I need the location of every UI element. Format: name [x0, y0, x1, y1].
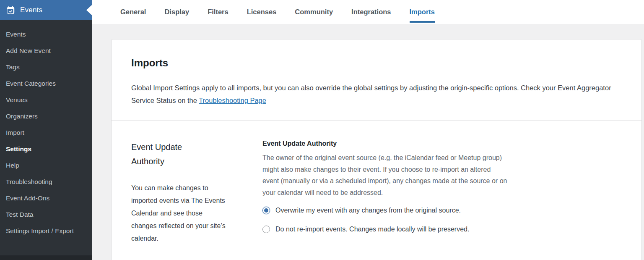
- settings-tab[interactable]: Licenses: [247, 0, 277, 24]
- content-area: Imports Global Import Settings apply to …: [92, 24, 644, 260]
- settings-tab-label: Licenses: [247, 8, 277, 16]
- sidebar-menu-item-label: Add New Event: [6, 47, 51, 54]
- intro-paragraph: Global Import Settings apply to all impo…: [131, 81, 618, 107]
- sidebar-menu-item-label: Events: [6, 31, 26, 38]
- sidebar-menu-item-label: Settings Import / Export: [6, 227, 74, 234]
- sidebar-menu-item-label: Import: [6, 129, 24, 136]
- sidebar-menu-item[interactable]: Tags: [0, 59, 92, 75]
- settings-tab-label: Display: [164, 8, 189, 16]
- page-title: Imports: [131, 57, 618, 69]
- sidebar-header-label: Events: [20, 6, 42, 14]
- settings-tab[interactable]: Filters: [208, 0, 229, 24]
- sidebar-menu-item[interactable]: Events: [0, 26, 92, 42]
- settings-tab-label: Integrations: [351, 8, 391, 16]
- sidebar-menu-item[interactable]: Settings: [0, 141, 92, 157]
- settings-tab[interactable]: Integrations: [351, 0, 391, 24]
- sidebar-menu: Events Add New Event Tags Event Categori…: [0, 20, 92, 239]
- settings-tab[interactable]: Community: [295, 0, 333, 24]
- settings-card: Imports Global Import Settings apply to …: [111, 39, 642, 260]
- sidebar-menu-item-label: Settings: [6, 145, 31, 152]
- settings-tab-label: Community: [295, 8, 333, 16]
- section-left-description: You can make changes to imported events …: [131, 182, 229, 245]
- section-right-column: Event Update Authority The owner of the …: [262, 140, 514, 245]
- admin-sidebar: Events Events Add New Event Tags Event C…: [0, 0, 92, 260]
- sidebar-header-events[interactable]: Events: [0, 0, 92, 20]
- current-menu-arrow-icon: [86, 5, 92, 16]
- sidebar-menu-item[interactable]: Event Categories: [0, 75, 92, 92]
- settings-tab[interactable]: General: [120, 0, 146, 24]
- radio-button-icon[interactable]: [262, 226, 270, 233]
- events-calendar-icon: [5, 5, 16, 15]
- sidebar-menu-item-label: Test Data: [6, 211, 33, 218]
- sidebar-menu-item-label: Troubleshooting: [6, 178, 52, 185]
- section-left-title: Event Update Authority: [131, 140, 211, 168]
- section-right-description: The owner of the original event source (…: [262, 152, 508, 198]
- sidebar-bottom-strip: [0, 255, 92, 260]
- section-left-column: Event Update Authority You can make chan…: [131, 140, 234, 245]
- settings-tab[interactable]: Display: [164, 0, 189, 24]
- sidebar-menu-item[interactable]: Import: [0, 124, 92, 141]
- event-update-authority-options: Overwrite my event with any changes from…: [262, 206, 514, 234]
- event-update-authority-section: Event Update Authority You can make chan…: [131, 121, 618, 245]
- sidebar-menu-item-label: Tags: [6, 63, 20, 71]
- sidebar-menu-item-label: Venues: [6, 96, 28, 103]
- settings-tab-bar: General Display Filters Licenses Communi…: [92, 0, 644, 24]
- sidebar-menu-item[interactable]: Event Add-Ons: [0, 190, 92, 206]
- sidebar-menu-item[interactable]: Add New Event: [0, 42, 92, 59]
- sidebar-menu-item-label: Organizers: [6, 113, 38, 120]
- settings-tab-label: Filters: [208, 8, 229, 16]
- radio-option-label: Overwrite my event with any changes from…: [275, 206, 461, 215]
- sidebar-menu-item[interactable]: Organizers: [0, 108, 92, 124]
- radio-button-icon[interactable]: [262, 207, 270, 214]
- sidebar-menu-item-label: Help: [6, 162, 19, 169]
- sidebar-menu-item[interactable]: Settings Import / Export: [0, 223, 92, 239]
- radio-option[interactable]: Do not re-import events. Changes made lo…: [262, 225, 514, 234]
- sidebar-menu-item[interactable]: Help: [0, 157, 92, 173]
- radio-option-label: Do not re-import events. Changes made lo…: [275, 225, 469, 234]
- sidebar-menu-item[interactable]: Troubleshooting: [0, 173, 92, 190]
- radio-option[interactable]: Overwrite my event with any changes from…: [262, 206, 514, 215]
- section-right-title: Event Update Authority: [262, 140, 514, 147]
- troubleshooting-page-link[interactable]: Troubleshooting Page: [199, 97, 266, 104]
- sidebar-menu-item[interactable]: Test Data: [0, 206, 92, 223]
- sidebar-menu-item-label: Event Categories: [6, 80, 56, 87]
- sidebar-menu-item[interactable]: Venues: [0, 92, 92, 108]
- settings-tab-label: Imports: [410, 8, 435, 16]
- sidebar-menu-item-label: Event Add-Ons: [6, 194, 49, 202]
- settings-tab[interactable]: Imports: [410, 0, 435, 24]
- settings-tab-label: General: [120, 8, 146, 16]
